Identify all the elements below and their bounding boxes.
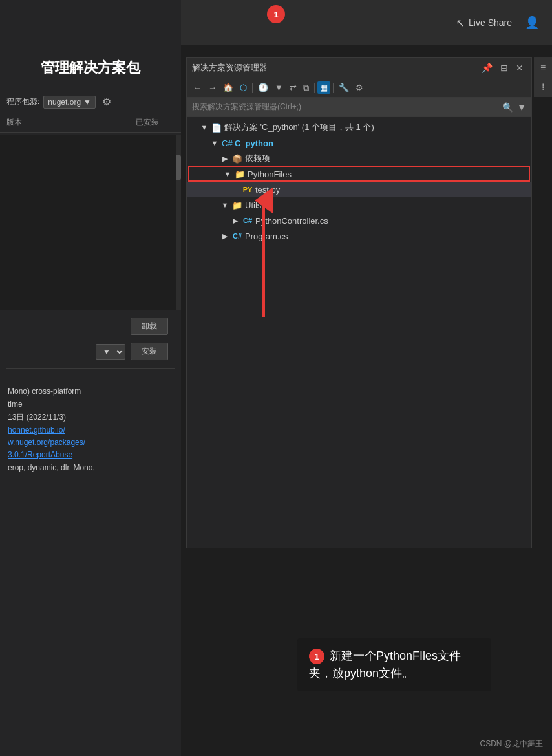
se-title-text: 解决方案资源管理器 bbox=[192, 62, 268, 74]
notification-badge: 1 bbox=[267, 5, 285, 23]
se-stack-btn[interactable]: ⧉ bbox=[301, 81, 312, 94]
se-sync-btn[interactable]: ⇄ bbox=[287, 81, 299, 94]
share-icon: ↗ bbox=[456, 17, 465, 29]
csdn-credit: CSDN @龙中舞王 bbox=[480, 739, 543, 750]
installed-col-header: 已安装 bbox=[136, 117, 175, 128]
se-title-bar: 解决方案资源管理器 📌 ⊟ ✕ bbox=[187, 58, 531, 78]
solution-icon: 📄 bbox=[211, 123, 222, 133]
project-arrow: ▼ bbox=[210, 139, 219, 147]
se-home-btn[interactable]: 🏠 bbox=[220, 81, 236, 94]
se-settings-btn[interactable]: ⚙ bbox=[353, 81, 366, 94]
right-tb-btn-2[interactable]: ⁞ bbox=[535, 79, 551, 94]
dep-icon: 📦 bbox=[232, 154, 242, 164]
package-list-area bbox=[0, 135, 181, 310]
se-title-controls: 📌 ⊟ ✕ bbox=[479, 63, 526, 73]
se-forward-btn[interactable]: → bbox=[206, 81, 219, 94]
solution-root-item[interactable]: ▼ 📄 解决方案 'C_python' (1 个项目，共 1 个) bbox=[187, 120, 531, 135]
tags-text: erop, dynamic, dlr, Mono, bbox=[8, 463, 95, 472]
info-section: Mono) cross-platform time 13日 (2022/11/3… bbox=[0, 380, 181, 479]
se-dropdown-btn[interactable]: ▼ bbox=[272, 81, 286, 94]
se-toolbar: ← → 🏠 ⬡ 🕐 ▼ ⇄ ⧉ ▦ 🔧 ⚙ bbox=[187, 78, 531, 98]
se-history-btn[interactable]: 🕐 bbox=[255, 81, 271, 94]
utils-arrow: ▼ bbox=[220, 201, 229, 209]
cs-icon-2: C# bbox=[232, 232, 242, 240]
panel-title: 管理解决方案包 bbox=[0, 0, 181, 91]
dep-label: 依赖项 bbox=[245, 153, 270, 164]
gear-button[interactable]: ⚙ bbox=[100, 94, 114, 109]
annotation-bubble: 1新建一个PythonFIles文件夹，放python文件。 bbox=[297, 638, 491, 691]
divider-1 bbox=[6, 368, 175, 369]
right-tb-btn-1[interactable]: ≡ bbox=[535, 59, 551, 75]
link-nuget[interactable]: w.nuget.org/packages/ bbox=[8, 437, 173, 449]
solution-arrow: ▼ bbox=[200, 124, 209, 131]
solution-label: 解决方案 'C_python' (1 个项目，共 1 个) bbox=[224, 122, 374, 133]
date-text: 13日 (2022/11/3) bbox=[8, 413, 66, 422]
project-label: C_python bbox=[235, 138, 273, 148]
live-share-label: Live Share bbox=[469, 17, 512, 28]
uninstall-button[interactable]: 卸载 bbox=[131, 318, 168, 335]
toolbar-sep-2 bbox=[314, 83, 315, 93]
se-layout-btn[interactable]: ▦ bbox=[317, 81, 330, 94]
controller-item[interactable]: ▶ C# PythonController.cs bbox=[187, 213, 531, 228]
uninstall-row: 卸载 bbox=[0, 312, 181, 340]
table-header: 版本 已安装 bbox=[0, 113, 181, 133]
prog-arrow: ▶ bbox=[220, 232, 229, 241]
se-search-bar: 搜索解决方案资源管理器(Ctrl+;) 🔍 ▼ bbox=[187, 98, 531, 117]
install-button[interactable]: 安装 bbox=[131, 343, 168, 360]
person-icon[interactable]: 👤 bbox=[525, 16, 539, 30]
annotation-number: 1 bbox=[309, 649, 324, 664]
mono-text-1: Mono) cross-platform bbox=[8, 387, 81, 396]
right-toolbar: ≡ ⁞ bbox=[534, 57, 552, 97]
python-files-item[interactable]: ▼ 📁 PythonFiles bbox=[188, 166, 530, 182]
link-github[interactable]: honnet.github.io/ bbox=[8, 424, 173, 437]
toolbar-sep-1 bbox=[252, 83, 253, 93]
install-row: ▼ 安装 bbox=[0, 340, 181, 363]
left-panel: 管理解决方案包 程序包源: nuget.org ▼ ⚙ 版本 已安装 卸载 ▼ … bbox=[0, 0, 181, 756]
scrollbar-track[interactable] bbox=[176, 135, 181, 310]
live-share-button[interactable]: ↗ Live Share bbox=[451, 14, 517, 32]
pf-arrow: ▼ bbox=[223, 170, 232, 178]
nuget-source-dropdown[interactable]: nuget.org ▼ bbox=[43, 96, 96, 109]
project-icon: C# bbox=[222, 138, 232, 148]
se-search-more-btn[interactable]: ▼ bbox=[517, 102, 526, 113]
program-item[interactable]: ▶ C# Program.cs bbox=[187, 228, 531, 244]
utils-item[interactable]: ▼ 📁 Utils bbox=[187, 197, 531, 213]
ctrl-arrow: ▶ bbox=[231, 217, 240, 225]
version-select[interactable]: ▼ bbox=[96, 344, 125, 360]
se-vs-btn[interactable]: ⬡ bbox=[237, 81, 249, 94]
project-item[interactable]: ▼ C# C_python bbox=[187, 135, 531, 151]
python-files-label: PythonFiles bbox=[248, 169, 292, 179]
version-col-header: 版本 bbox=[6, 117, 136, 128]
scrollbar-thumb[interactable] bbox=[176, 155, 181, 180]
utils-folder-icon: 📁 bbox=[232, 200, 242, 210]
divider-2 bbox=[6, 374, 175, 374]
se-search-icon[interactable]: 🔍 bbox=[502, 102, 513, 113]
dep-arrow: ▶ bbox=[220, 155, 229, 163]
se-pin-button[interactable]: 📌 bbox=[479, 63, 495, 73]
nuget-source-row: 程序包源: nuget.org ▼ ⚙ bbox=[0, 91, 181, 113]
se-wrench-btn[interactable]: 🔧 bbox=[336, 81, 352, 94]
mono-text-2: time bbox=[8, 400, 23, 409]
solution-explorer-panel: 解决方案资源管理器 📌 ⊟ ✕ ← → 🏠 ⬡ 🕐 ▼ ⇄ ⧉ ▦ 🔧 ⚙ 搜索… bbox=[186, 57, 532, 548]
toolbar-sep-3 bbox=[333, 83, 334, 93]
link-report[interactable]: 3.0.1/ReportAbuse bbox=[8, 449, 173, 461]
se-tree: ▼ 📄 解决方案 'C_python' (1 个项目，共 1 个) ▼ C# C… bbox=[187, 117, 531, 246]
se-close-button[interactable]: ✕ bbox=[513, 63, 526, 73]
source-label: 程序包源: bbox=[6, 96, 39, 107]
test-py-item[interactable]: ▶ PY test.py bbox=[187, 182, 531, 197]
folder-icon: 📁 bbox=[235, 169, 245, 179]
red-arrow bbox=[244, 188, 283, 332]
se-back-btn[interactable]: ← bbox=[191, 81, 204, 94]
se-split-button[interactable]: ⊟ bbox=[498, 63, 511, 73]
se-search-placeholder: 搜索解决方案资源管理器(Ctrl+;) bbox=[192, 102, 498, 113]
dependency-item[interactable]: ▶ 📦 依赖项 bbox=[187, 151, 531, 166]
annotation-text: 新建一个PythonFIles文件夹，放python文件。 bbox=[309, 649, 461, 680]
